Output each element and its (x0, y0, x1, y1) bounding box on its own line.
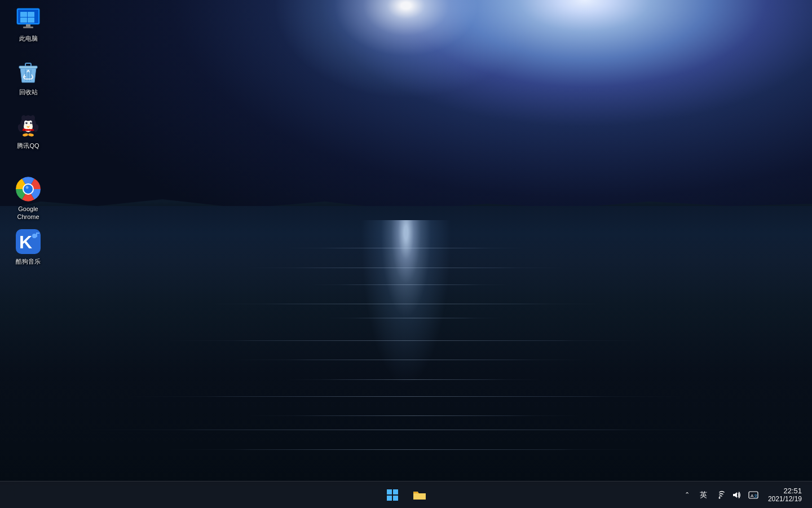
svg-rect-5 (28, 17, 34, 23)
svg-point-19 (31, 122, 32, 123)
clock-area[interactable]: 22:51 2021/12/19 (764, 485, 806, 504)
qq-icon (15, 112, 42, 139)
language-indicator[interactable]: 英 (698, 486, 709, 504)
svg-rect-3 (28, 12, 34, 17)
desktop-icon-google-chrome-label: Google Chrome (8, 205, 48, 221)
moon-glow (237, 0, 575, 124)
tray-overflow-button[interactable]: ⌃ (681, 486, 694, 504)
svg-rect-36 (393, 489, 398, 494)
start-button[interactable] (380, 483, 405, 507)
clock-date: 2021/12/19 (768, 495, 802, 503)
file-explorer-button[interactable] (407, 483, 432, 507)
svg-text:K: K (19, 232, 32, 252)
svg-rect-35 (387, 489, 392, 494)
svg-point-17 (30, 122, 32, 124)
svg-point-16 (25, 122, 28, 124)
svg-point-28 (24, 185, 33, 194)
svg-rect-34 (36, 233, 39, 234)
taskbar-right: ⌃ 英 (681, 485, 812, 504)
language-label: 英 (700, 490, 707, 500)
svg-rect-11 (19, 66, 37, 68)
desktop-icon-kuwo-music-label: 酷狗音乐 (16, 257, 41, 265)
desktop-icon-this-pc[interactable]: 此电脑 (6, 3, 51, 45)
moon-reflection (336, 220, 476, 472)
network-icon[interactable] (713, 486, 726, 504)
desktop-icon-recycle-bin-label: 回收站 (19, 88, 38, 96)
svg-point-32 (32, 234, 37, 238)
desktop-icon-this-pc-label: 此电脑 (19, 34, 38, 42)
desktop-icon-recycle-bin[interactable]: 回收站 (6, 56, 51, 98)
svg-point-18 (27, 122, 27, 123)
recycle-bin-icon (15, 59, 42, 86)
taskbar-center (380, 483, 432, 507)
svg-rect-2 (20, 12, 27, 17)
chrome-icon (15, 176, 42, 203)
desktop-icon-google-chrome[interactable]: Google Chrome (6, 173, 51, 224)
input-method-icon[interactable]: A 文 (747, 486, 760, 504)
desktop-icon-tencent-qq-label: 腾讯QQ (17, 142, 39, 150)
svg-rect-38 (393, 496, 398, 501)
taskbar: ⌃ 英 (0, 481, 812, 508)
ocean-background (0, 206, 812, 485)
svg-rect-7 (23, 27, 33, 28)
svg-point-29 (26, 186, 29, 189)
clock-time: 22:51 (783, 487, 802, 495)
desktop-icon-tencent-qq[interactable]: 腾讯QQ (6, 110, 51, 152)
svg-text:文: 文 (754, 494, 758, 498)
desktop-icon-kuwo-music[interactable]: K 酷狗音乐 (6, 226, 51, 268)
svg-rect-4 (20, 17, 27, 23)
svg-rect-37 (387, 496, 392, 501)
volume-icon[interactable] (730, 486, 743, 504)
monitor-icon (15, 5, 42, 32)
svg-point-39 (718, 497, 720, 498)
kuwo-music-icon: K (15, 228, 42, 255)
desktop: 此电脑 回收站 (0, 0, 812, 508)
